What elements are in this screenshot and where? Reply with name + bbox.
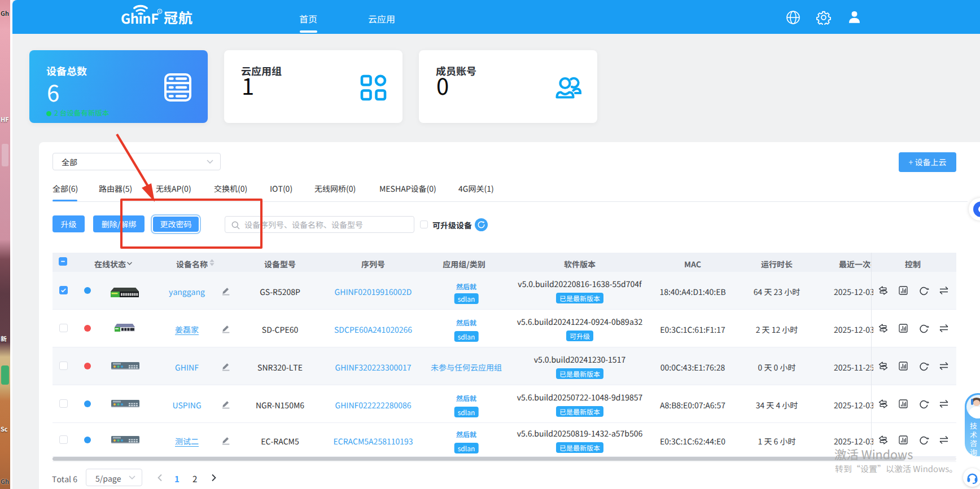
svg-text:c: c bbox=[159, 9, 161, 13]
